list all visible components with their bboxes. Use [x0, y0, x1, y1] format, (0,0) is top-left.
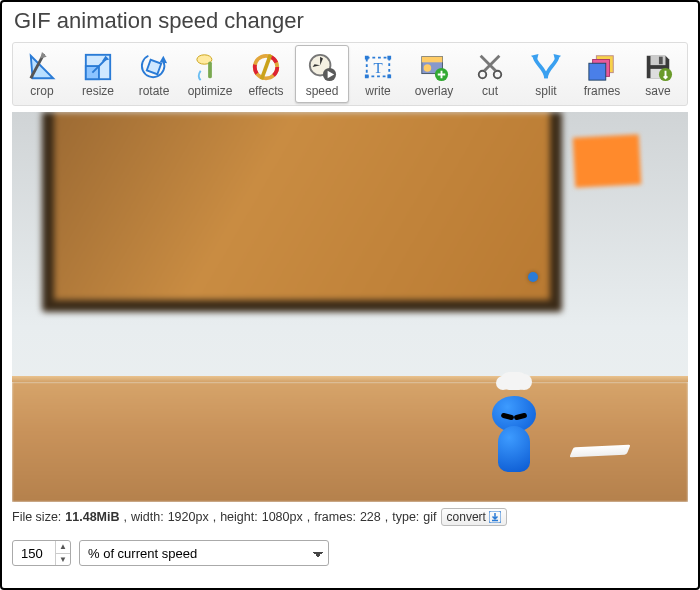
svg-rect-22 [387, 56, 391, 60]
type-value: gif [423, 510, 436, 524]
speed-unit-select[interactable]: % of current speed [79, 540, 329, 566]
tool-label: cut [482, 84, 498, 98]
toolbar: crop resize rotate optimize effects spee… [12, 42, 688, 106]
split-icon [531, 52, 561, 82]
gif-preview [12, 112, 688, 502]
optimize-icon [195, 52, 225, 82]
svg-rect-7 [147, 60, 161, 74]
svg-rect-38 [651, 56, 666, 65]
width-label: width: [131, 510, 164, 524]
tool-rotate[interactable]: rotate [127, 45, 181, 103]
svg-rect-37 [589, 63, 606, 80]
svg-marker-8 [160, 56, 168, 64]
frames-label: frames: [314, 510, 356, 524]
speed-icon [307, 52, 337, 82]
tool-label: speed [306, 84, 339, 98]
filesize-label: File size: [12, 510, 61, 524]
convert-button[interactable]: convert [441, 508, 507, 526]
spin-down-icon[interactable]: ▼ [56, 554, 70, 566]
file-meta: File size: 11.48MiB, width: 1920px, heig… [12, 508, 688, 526]
overlay-icon [419, 52, 449, 82]
save-icon [643, 52, 673, 82]
tool-label: split [535, 84, 556, 98]
spin-up-icon[interactable]: ▲ [56, 541, 70, 554]
tool-optimize[interactable]: optimize [183, 45, 237, 103]
tool-label: overlay [415, 84, 454, 98]
svg-rect-21 [365, 56, 369, 60]
svg-marker-2 [40, 52, 47, 59]
speed-controls: ▲ ▼ % of current speed [12, 540, 688, 566]
tool-label: save [645, 84, 670, 98]
write-icon: T [363, 52, 393, 82]
height-value: 1080px [262, 510, 303, 524]
svg-point-27 [424, 64, 432, 72]
tool-label: rotate [139, 84, 170, 98]
speed-input-wrapper[interactable]: ▲ ▼ [12, 540, 71, 566]
tool-resize[interactable]: resize [71, 45, 125, 103]
tool-label: effects [248, 84, 283, 98]
speed-spinner[interactable]: ▲ ▼ [55, 541, 70, 565]
tool-label: frames [584, 84, 621, 98]
svg-rect-39 [659, 57, 663, 65]
tool-effects[interactable]: effects [239, 45, 293, 103]
svg-text:T: T [373, 60, 382, 76]
tool-label: crop [30, 84, 53, 98]
frames-value: 228 [360, 510, 381, 524]
crop-icon [27, 52, 57, 82]
tool-crop[interactable]: crop [15, 45, 69, 103]
resize-icon [83, 52, 113, 82]
download-icon [489, 511, 501, 523]
svg-point-30 [494, 71, 502, 79]
tool-save[interactable]: save [631, 45, 685, 103]
tool-label: write [365, 84, 390, 98]
type-label: type: [392, 510, 419, 524]
speed-value-input[interactable] [13, 546, 55, 561]
convert-label: convert [447, 510, 486, 524]
height-label: height: [220, 510, 258, 524]
svg-rect-23 [365, 75, 369, 79]
tool-overlay[interactable]: overlay [407, 45, 461, 103]
tool-speed[interactable]: speed [295, 45, 349, 103]
effects-icon [251, 52, 281, 82]
tool-split[interactable]: split [519, 45, 573, 103]
svg-rect-24 [387, 75, 391, 79]
svg-rect-10 [208, 61, 212, 78]
width-value: 1920px [168, 510, 209, 524]
tool-frames[interactable]: frames [575, 45, 629, 103]
filesize-value: 11.48MiB [65, 510, 119, 524]
rotate-icon [139, 52, 169, 82]
tool-label: resize [82, 84, 114, 98]
tool-write[interactable]: T write [351, 45, 405, 103]
svg-rect-26 [422, 57, 443, 63]
svg-point-29 [479, 71, 487, 79]
page-title: GIF animation speed changer [14, 8, 688, 34]
cut-icon [475, 52, 505, 82]
tool-cut[interactable]: cut [463, 45, 517, 103]
frames-icon [587, 52, 617, 82]
tool-label: optimize [188, 84, 233, 98]
